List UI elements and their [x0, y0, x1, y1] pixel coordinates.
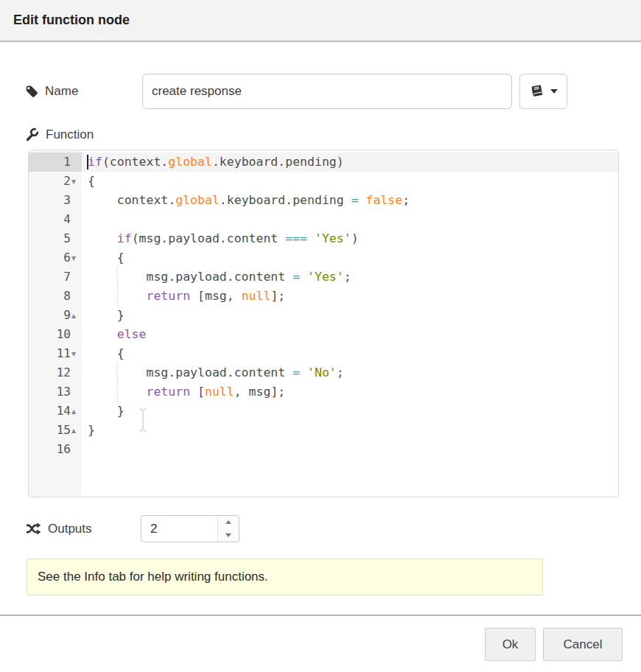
line-number: 7	[63, 270, 71, 284]
line-number: 14	[57, 404, 71, 418]
outputs-input[interactable]	[141, 516, 217, 542]
code-token: null	[205, 385, 234, 399]
info-tip-text: See the Info tab for help writing functi…	[38, 570, 268, 584]
code-token: , msg];	[234, 385, 286, 399]
line-number: 12	[57, 365, 71, 379]
fold-close-icon[interactable]: ▴	[71, 306, 81, 325]
code-line[interactable]: context.global.keyboard.pending = false;	[82, 191, 618, 210]
indent-guide	[117, 363, 118, 382]
code-line[interactable]: }	[82, 421, 618, 440]
code-token: }	[88, 423, 95, 437]
cancel-button[interactable]: Cancel	[543, 628, 623, 661]
arrow-down-icon	[225, 533, 231, 537]
line-number: 10	[57, 327, 71, 341]
code-token: null	[242, 289, 271, 303]
gutter-cell: 1	[29, 153, 82, 172]
gutter-cell: 8	[29, 287, 82, 306]
code-line[interactable]: {	[82, 344, 618, 363]
code-token: ;	[344, 270, 351, 284]
info-tip: See the Info tab for help writing functi…	[27, 559, 543, 595]
code-token: .keyboard.pending	[220, 193, 351, 207]
code-line[interactable]: msg.payload.content = 'Yes';	[82, 267, 618, 287]
gutter-cell: 13	[29, 382, 82, 402]
code-token: ===	[285, 231, 307, 245]
code-token: =	[293, 270, 300, 284]
code-token: }	[88, 308, 125, 322]
caret-down-icon	[550, 89, 558, 94]
code-line[interactable]: return [msg, null];	[82, 287, 618, 306]
code-token: return	[146, 385, 190, 399]
fold-close-icon[interactable]: ▴	[71, 421, 81, 440]
line-number: 11	[57, 346, 71, 360]
code-token	[300, 365, 307, 379]
name-label-row: Name	[26, 74, 78, 109]
code-token: 'Yes'	[307, 270, 344, 284]
code-token	[88, 231, 117, 245]
spinner-up-button[interactable]	[218, 516, 239, 529]
code-line[interactable]: return [null, msg];	[82, 382, 618, 402]
gutter-cell: 4	[29, 210, 82, 229]
code-line[interactable]: {	[82, 172, 618, 191]
line-number: 13	[57, 385, 71, 399]
code-token: 'Yes'	[315, 231, 351, 245]
code-token: global	[168, 155, 212, 169]
code-line[interactable]: if(msg.payload.content === 'Yes')	[82, 229, 618, 248]
code-token: false	[366, 193, 403, 207]
outputs-spinner	[141, 515, 239, 542]
code-token: return	[146, 289, 190, 303]
code-token: (msg.payload.content	[132, 231, 286, 245]
code-token: .keyboard.pending)	[212, 155, 344, 169]
code-token: {	[88, 346, 125, 360]
editor-code[interactable]: if(context.global.keyboard.pending){ con…	[82, 150, 618, 497]
code-token: msg.payload.content	[88, 270, 293, 284]
code-editor[interactable]: 12▾3456▾789▴1011▾121314▴15▴16 if(context…	[28, 150, 619, 497]
code-token: }	[88, 404, 125, 418]
gutter-cell: 15▴	[29, 421, 82, 440]
fold-open-icon[interactable]: ▾	[71, 248, 81, 267]
line-number: 8	[63, 289, 71, 303]
line-number: 6	[63, 251, 71, 265]
code-token: =	[351, 193, 359, 207]
code-token: if	[117, 231, 132, 245]
code-line[interactable]: msg.payload.content = 'No';	[82, 363, 618, 382]
line-number: 9	[63, 308, 71, 322]
tag-icon	[26, 85, 38, 98]
code-token: ;	[337, 365, 344, 379]
name-input[interactable]	[142, 74, 512, 109]
wrench-icon	[26, 128, 39, 141]
code-token: {	[88, 174, 95, 188]
ok-button[interactable]: Ok	[485, 628, 536, 661]
code-token: ;	[402, 193, 410, 207]
code-token: msg.payload.content	[88, 365, 293, 379]
fold-close-icon[interactable]: ▴	[71, 402, 81, 421]
fold-open-icon[interactable]: ▾	[71, 172, 81, 191]
code-token	[88, 327, 117, 341]
dialog-title: Edit function node	[13, 13, 130, 28]
gutter-cell: 12	[29, 363, 82, 382]
code-line[interactable]: }	[82, 402, 618, 421]
fold-open-icon[interactable]: ▾	[71, 344, 81, 363]
code-line[interactable]: {	[82, 248, 618, 267]
shuffle-icon	[26, 522, 41, 535]
indent-guide	[117, 287, 118, 306]
library-button[interactable]	[519, 74, 567, 109]
code-line[interactable]	[82, 440, 618, 459]
outputs-label-row: Outputs	[26, 515, 92, 542]
code-token	[307, 231, 315, 245]
outputs-label: Outputs	[48, 522, 92, 536]
code-line[interactable]: if(context.global.keyboard.pending)	[82, 153, 618, 172]
gutter-cell: 6▾	[29, 248, 82, 267]
code-token	[359, 193, 366, 207]
code-token: (context.	[102, 155, 168, 169]
spinner-down-button[interactable]	[218, 529, 239, 542]
code-line[interactable]: }	[82, 306, 618, 325]
code-line[interactable]: else	[82, 325, 618, 344]
code-token: context.	[88, 193, 175, 207]
gutter-cell: 11▾	[29, 344, 82, 363]
code-token: )	[351, 231, 359, 245]
gutter-cell: 3	[29, 191, 82, 210]
line-number: 16	[57, 442, 71, 456]
code-line[interactable]	[82, 210, 618, 229]
footer-divider	[0, 615, 641, 616]
gutter-cell: 7	[29, 267, 82, 287]
